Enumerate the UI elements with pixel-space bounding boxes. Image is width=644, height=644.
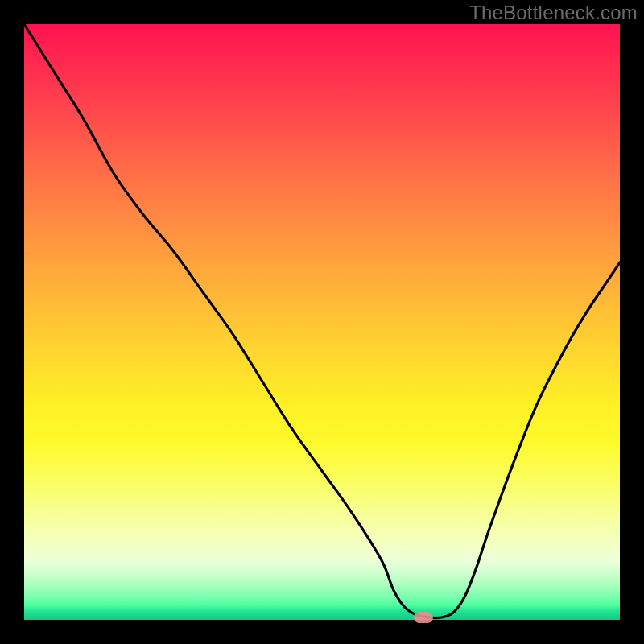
watermark-text: TheBottleneck.com [469, 2, 638, 24]
bottleneck-curve-path [24, 24, 620, 618]
chart-svg [24, 24, 620, 620]
plot-area [24, 24, 620, 620]
optimal-point-marker [414, 612, 433, 623]
